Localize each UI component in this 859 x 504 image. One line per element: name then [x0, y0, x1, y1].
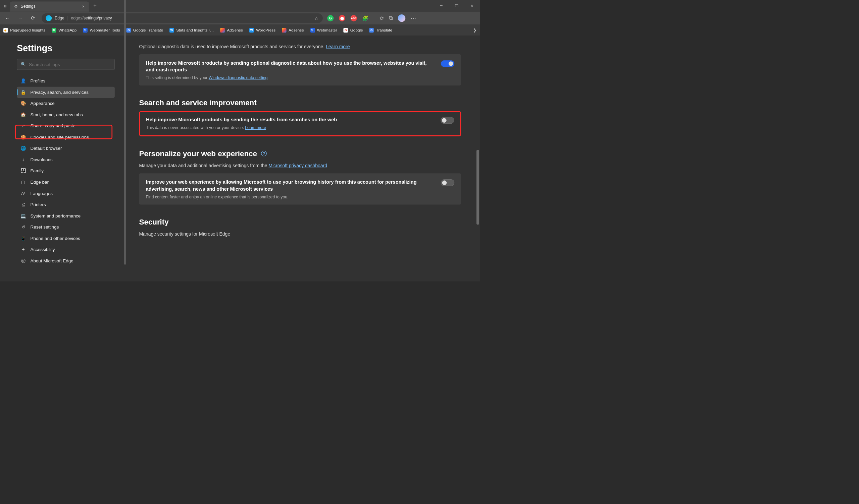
sidebar-item-about-microsoft-edge[interactable]: ⓔAbout Microsoft Edge [17, 255, 115, 266]
nav-icon: ↺ [20, 224, 26, 230]
close-window-button[interactable]: ✕ [464, 0, 480, 12]
bookmark-item[interactable]: 32WhatsApp [52, 28, 76, 32]
bookmark-item[interactable]: WStats and Insights ‹… [169, 28, 214, 32]
forward-button[interactable]: → [16, 14, 25, 22]
bookmark-label: Stats and Insights ‹… [176, 28, 214, 32]
nav-label: Profiles [30, 78, 45, 84]
personalize-card-sub: Find content faster and enjoy an online … [146, 195, 436, 200]
sidebar-item-cookies-and-site-permissions[interactable]: 🍪Cookies and site permissions [17, 132, 115, 143]
bookmarks-overflow-button[interactable]: ❯ [473, 28, 477, 33]
gear-icon: ⚙ [14, 4, 18, 9]
bookmarks-bar: ◆PageSpeed Insights32WhatsApp🔍Webmaster … [0, 25, 480, 35]
bookmark-item[interactable]: GTranslate [370, 28, 393, 32]
bookmark-item[interactable]: AdSense [220, 28, 243, 32]
link-search-learn-more[interactable]: Learn more [245, 125, 266, 130]
nav-label: Privacy, search, and services [30, 90, 88, 95]
sidebar-item-profiles[interactable]: 👤Profiles [17, 75, 115, 87]
bookmark-item[interactable]: ◆PageSpeed Insights [3, 28, 45, 32]
favorite-star-icon[interactable]: ☆ [314, 15, 318, 21]
sidebar-item-default-browser[interactable]: 🌐Default browser [17, 143, 115, 154]
sidebar-item-family[interactable]: 👪Family [17, 165, 115, 177]
address-brand: Edge [55, 16, 68, 21]
new-tab-button[interactable]: ＋ [91, 2, 99, 10]
extensions-button[interactable]: 🧩 [362, 15, 369, 21]
sidebar-item-accessibility[interactable]: ✦Accessibility [17, 244, 115, 255]
nav-label: Reset settings [30, 224, 59, 230]
search-settings[interactable]: 🔍 [17, 59, 115, 70]
search-icon: 🔍 [21, 62, 26, 67]
sidebar-item-share-copy-and-paste[interactable]: ↗Share, copy and paste [17, 120, 115, 132]
bookmark-item[interactable]: GGoogle Translate [126, 28, 163, 32]
extension-grammarly-icon[interactable]: G [327, 15, 333, 21]
sidebar-item-reset-settings[interactable]: ↺Reset settings [17, 221, 115, 233]
bookmark-item[interactable]: Adsense [282, 28, 304, 32]
titlebar: ▥ ⚙ Settings ✕ ＋ ━ ❐ ✕ [0, 0, 480, 12]
link-privacy-dashboard[interactable]: Microsoft privacy dashboard [269, 163, 327, 168]
bookmark-label: Webmaster Tools [90, 28, 120, 32]
nav-icon: Aᵗ [20, 191, 26, 196]
favorites-button[interactable]: ✩ [379, 15, 384, 21]
sidebar-item-downloads[interactable]: ↓Downloads [17, 154, 115, 166]
search-improvement-card: Help improve Microsoft products by sendi… [139, 111, 461, 137]
search-card-title: Help improve Microsoft products by sendi… [146, 116, 435, 123]
profile-avatar[interactable] [398, 14, 405, 22]
link-windows-diag[interactable]: Windows diagnostic data setting [209, 75, 268, 80]
bookmark-label: WordPress [256, 28, 275, 32]
extension-abp-icon[interactable]: ABP [351, 15, 357, 21]
bookmark-label: Google [350, 28, 363, 32]
address-bar[interactable]: Edge edge://settings/privacy ☆ [42, 13, 323, 23]
personalize-card: Improve your web experience by allowing … [139, 173, 461, 204]
bookmark-item[interactable]: 🔍Webmaster [311, 28, 337, 32]
tab-actions-button[interactable]: ▥ [0, 0, 10, 12]
close-tab-button[interactable]: ✕ [82, 4, 85, 9]
toolbar: ← → ⟳ Edge edge://settings/privacy ☆ G ⬤… [0, 12, 480, 25]
personalize-card-title: Improve your web experience by allowing … [146, 178, 436, 193]
sidebar-item-printers[interactable]: 🖨Printers [17, 199, 115, 210]
sidebar-item-appearance[interactable]: 🎨Appearance [17, 98, 115, 109]
nav-icon: 💻 [20, 213, 26, 219]
sidebar-item-languages[interactable]: AᵗLanguages [17, 188, 115, 199]
bookmark-label: PageSpeed Insights [10, 28, 45, 32]
bookmark-label: Google Translate [133, 28, 163, 32]
nav-label: Edge bar [30, 179, 48, 185]
bookmark-item[interactable]: GGoogle [344, 28, 363, 32]
sidebar-item-edge-bar[interactable]: ▢Edge bar [17, 177, 115, 188]
collections-button[interactable]: ⧉ [389, 15, 393, 21]
bookmark-item[interactable]: WWordPress [249, 28, 275, 32]
tab-settings[interactable]: ⚙ Settings ✕ [10, 1, 89, 11]
main-scrollbar[interactable] [476, 35, 480, 282]
sidebar-item-system-and-performance[interactable]: 💻System and performance [17, 210, 115, 221]
maximize-button[interactable]: ❐ [449, 0, 464, 12]
nav-icon: 🎨 [20, 101, 26, 106]
sidebar-title: Settings [17, 43, 115, 53]
nav-label: Printers [30, 202, 46, 207]
bookmark-item[interactable]: 🔍Webmaster Tools [83, 28, 120, 32]
address-url: edge://settings/privacy [71, 16, 312, 21]
bookmark-favicon: G [126, 28, 131, 32]
nav-icon: 📱 [20, 236, 26, 241]
sidebar-item-phone-and-other-devices[interactable]: 📱Phone and other devices [17, 233, 115, 244]
more-menu-button[interactable]: ⋯ [411, 15, 416, 21]
link-diag-learn-more[interactable]: Learn more [326, 44, 350, 49]
sidebar-item-privacy-search-and-services[interactable]: 🔒Privacy, search, and services [17, 87, 115, 98]
search-input[interactable] [29, 62, 111, 67]
refresh-button[interactable]: ⟳ [29, 14, 37, 22]
sidebar-item-start-home-and-new-tabs[interactable]: 🏠Start, home, and new tabs [17, 109, 115, 121]
back-button[interactable]: ← [3, 14, 12, 22]
nav-icon: 👪 [20, 168, 26, 174]
toggle-search-improvement[interactable] [440, 117, 454, 124]
toggle-personalize[interactable] [441, 179, 454, 186]
search-card-sub: This data is never associated with you o… [146, 125, 435, 130]
nav-label: Default browser [30, 146, 62, 151]
nav-label: Downloads [30, 157, 52, 162]
nav-icon: ✦ [20, 247, 26, 252]
nav-icon: 🌐 [20, 146, 26, 151]
personalize-intro: Manage your data and additional advertis… [139, 162, 461, 169]
bookmark-favicon: W [169, 28, 174, 32]
toggle-diagnostic[interactable] [441, 60, 454, 67]
info-icon[interactable]: ? [261, 151, 267, 157]
bookmark-label: Webmaster [317, 28, 337, 32]
extension-icon[interactable]: ⬤ [339, 15, 345, 21]
content-area: Settings 🔍 👤Profiles🔒Privacy, search, an… [0, 35, 480, 282]
minimize-button[interactable]: ━ [434, 0, 449, 12]
